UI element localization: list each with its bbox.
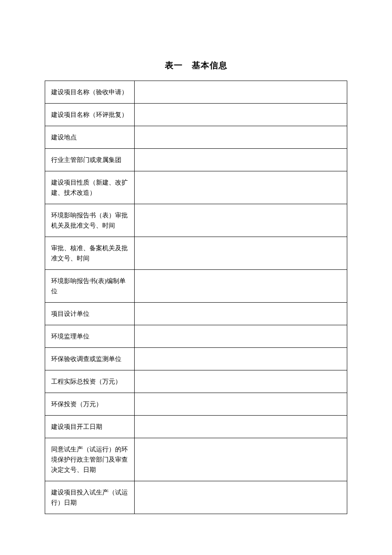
row-value [134,303,347,325]
row-value [134,438,347,481]
row-label: 环保验收调查或监测单位 [45,348,135,370]
table-row: 建设项目名称（验收申请） [45,81,347,104]
row-label: 环境影响报告书（表）审批机关及批准文号、时间 [45,204,135,237]
table-row: 环境监理单位 [45,325,347,348]
row-label: 建设项目名称（环评批复） [45,104,135,126]
row-value [134,325,347,348]
row-label: 项目设计单位 [45,303,135,325]
table-row: 项目设计单位 [45,303,347,325]
table-row: 建设项目性质（新建、改扩建、技术改造） [45,171,347,204]
row-value [134,481,347,514]
page-title: 表一 基本信息 [0,0,392,81]
row-label: 行业主管部门或隶属集团 [45,149,135,171]
row-value [134,416,347,438]
row-label: 环境监理单位 [45,325,135,348]
row-value [134,81,347,104]
table-row: 环保投资（万元） [45,393,347,416]
row-value [134,237,347,270]
row-label: 建设项目投入试生产（试运行）日期 [45,481,135,514]
row-label: 建设地点 [45,126,135,149]
table-row: 行业主管部门或隶属集团 [45,149,347,171]
row-label: 审批、核准、备案机关及批准文号、时间 [45,237,135,270]
table-row: 建设地点 [45,126,347,149]
table-row: 工程实际总投资（万元） [45,370,347,393]
row-value [134,126,347,149]
row-label: 建设项目性质（新建、改扩建、技术改造） [45,171,135,204]
table-row: 环境影响报告书(表)编制单位 [45,270,347,303]
row-value [134,171,347,204]
table-row: 建设项目投入试生产（试运行）日期 [45,481,347,514]
row-value [134,348,347,370]
row-value [134,149,347,171]
table-row: 环保验收调查或监测单位 [45,348,347,370]
table-body: 建设项目名称（验收申请） 建设项目名称（环评批复） 建设地点 行业主管部门或隶属… [45,81,347,514]
row-label: 建设项目开工日期 [45,416,135,438]
basic-info-table: 建设项目名称（验收申请） 建设项目名称（环评批复） 建设地点 行业主管部门或隶属… [45,81,347,514]
row-value [134,204,347,237]
table-row: 建设项目开工日期 [45,416,347,438]
row-label: 工程实际总投资（万元） [45,370,135,393]
row-label: 同意试生产（试运行）的环境保护行政主管部门及审查决定文号、日期 [45,438,135,481]
row-label: 环保投资（万元） [45,393,135,416]
table-row: 建设项目名称（环评批复） [45,104,347,126]
row-label: 环境影响报告书(表)编制单位 [45,270,135,303]
row-value [134,393,347,416]
row-label: 建设项目名称（验收申请） [45,81,135,104]
row-value [134,370,347,393]
row-value [134,270,347,303]
row-value [134,104,347,126]
table-row: 审批、核准、备案机关及批准文号、时间 [45,237,347,270]
table-row: 同意试生产（试运行）的环境保护行政主管部门及审查决定文号、日期 [45,438,347,481]
table-row: 环境影响报告书（表）审批机关及批准文号、时间 [45,204,347,237]
